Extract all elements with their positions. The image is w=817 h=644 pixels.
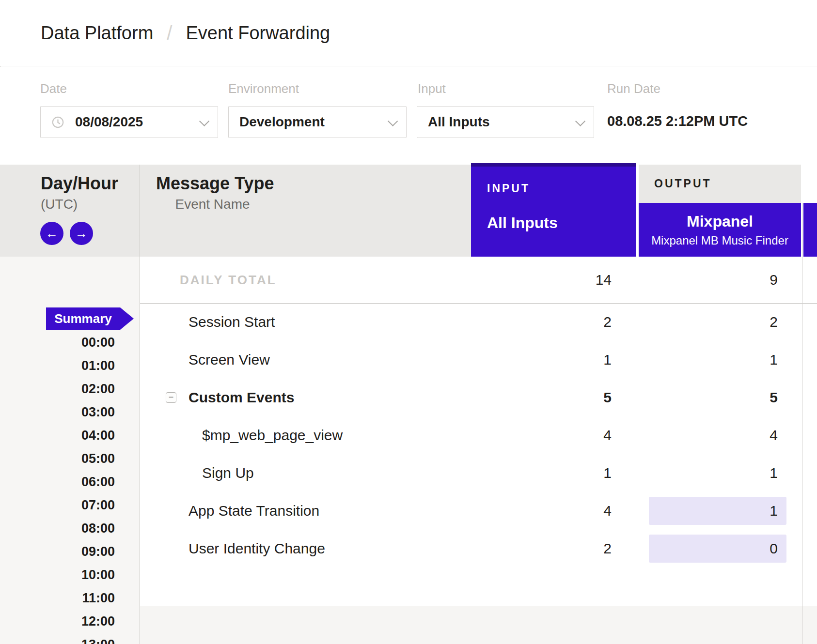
hour-row-06[interactable]: 06:00 <box>0 470 115 493</box>
hour-row-12[interactable]: 12:00 <box>0 610 115 633</box>
row-input-value: 2 <box>471 303 636 341</box>
input-value: All Inputs <box>428 114 490 130</box>
breadcrumb-data-platform[interactable]: Data Platform <box>41 23 153 44</box>
input-filter-label: Input <box>418 81 446 96</box>
output-connection-header[interactable]: Mixpanel Mixpanel MB Music Finder <box>639 203 801 257</box>
row-label: Session Start <box>189 303 275 341</box>
row-label: Screen View <box>189 341 270 379</box>
table-row: Screen View 1 1 <box>140 341 817 379</box>
input-group-label: INPUT <box>487 182 530 195</box>
arrow-right-icon: → <box>75 226 88 241</box>
hour-row-02[interactable]: 02:00 <box>0 377 115 400</box>
message-type-column-title: Message Type <box>156 173 274 194</box>
date-value: 08/08/2025 <box>75 114 143 130</box>
environment-filter-label: Environment <box>228 81 299 96</box>
row-output-value: 2 <box>637 303 802 341</box>
summary-label: Summary <box>54 311 112 326</box>
breadcrumb: Data Platform / Event Forwarding <box>41 0 330 66</box>
chevron-down-icon <box>575 116 585 126</box>
environment-value: Development <box>239 114 325 130</box>
row-input-value: 5 <box>471 379 636 416</box>
chevron-down-icon <box>199 116 209 126</box>
hour-row-01[interactable]: 01:00 <box>0 354 115 377</box>
collapse-minus-icon[interactable]: − <box>166 392 176 403</box>
row-output-value-highlighted: 1 <box>649 497 786 525</box>
row-output-value: 1 <box>637 341 802 379</box>
row-input-value: 2 <box>471 530 636 567</box>
column-divider <box>140 165 140 644</box>
event-forwarding-page: Data Platform / Event Forwarding Date En… <box>0 0 817 644</box>
hour-row-13[interactable]: 13:00 <box>0 633 115 644</box>
hour-row-08[interactable]: 08:00 <box>0 517 115 540</box>
input-select[interactable]: All Inputs <box>417 106 594 138</box>
summary-badge-arrow <box>120 307 134 330</box>
summary-row-badge[interactable]: Summary <box>46 307 120 330</box>
hour-row-05[interactable]: 05:00 <box>0 447 115 470</box>
row-label: User Identity Change <box>189 530 325 567</box>
next-day-button[interactable]: → <box>70 222 93 245</box>
previous-day-button[interactable]: ← <box>40 222 63 245</box>
output-connection-subtitle: Mixpanel MB Music Finder <box>651 234 788 247</box>
hour-row-03[interactable]: 03:00 <box>0 400 115 424</box>
row-output-value: 1 <box>637 454 802 492</box>
breadcrumb-separator: / <box>167 22 172 44</box>
clock-icon <box>51 116 64 129</box>
hour-row-09[interactable]: 09:00 <box>0 540 115 563</box>
row-input-value: 4 <box>471 492 636 530</box>
daily-total-label: DAILY TOTAL <box>180 257 277 303</box>
daily-total-input-value: 14 <box>471 257 636 303</box>
table-row: User Identity Change 2 0 <box>140 530 817 567</box>
chevron-down-icon <box>388 116 398 126</box>
table-footer-area <box>140 606 817 644</box>
row-label: App State Transition <box>189 492 319 530</box>
run-date-value: 08.08.25 2:12PM UTC <box>607 113 748 129</box>
row-input-value: 1 <box>471 454 636 492</box>
row-label: Custom Events <box>189 379 294 416</box>
hour-row-04[interactable]: 04:00 <box>0 424 115 447</box>
date-select[interactable]: 08/08/2025 <box>40 106 218 138</box>
column-divider <box>636 257 636 644</box>
row-label: $mp_web_page_view <box>202 416 343 454</box>
page-title: Event Forwarding <box>186 23 330 44</box>
arrow-left-icon: ← <box>46 226 58 241</box>
daily-total-output-value: 9 <box>637 257 802 303</box>
filter-bar: Date Environment Input Run Date 08/08/20… <box>0 67 817 165</box>
column-divider <box>802 203 802 644</box>
breadcrumb-bar: Data Platform / Event Forwarding <box>0 0 817 66</box>
date-filter-label: Date <box>40 81 67 96</box>
hour-row-10[interactable]: 10:00 <box>0 563 115 586</box>
row-output-value: 4 <box>637 416 802 454</box>
table-row: Sign Up 1 1 <box>140 454 817 492</box>
output-connection-name: Mixpanel <box>687 213 753 230</box>
row-output-cell: 0 <box>637 530 802 563</box>
table-row: $mp_web_page_view 4 4 <box>140 416 817 454</box>
input-group-selected: All Inputs <box>487 214 558 232</box>
hour-row-00[interactable]: 00:00 <box>0 331 115 354</box>
environment-select[interactable]: Development <box>228 106 407 138</box>
row-output-cell: 1 <box>637 492 802 525</box>
output-group-label: OUTPUT <box>654 177 712 190</box>
daily-total-row: DAILY TOTAL 14 9 <box>140 257 817 304</box>
day-hour-column-title: Day/Hour <box>41 173 118 194</box>
input-group-header[interactable]: INPUT All Inputs <box>471 163 636 257</box>
day-hour-timezone: (UTC) <box>41 197 78 212</box>
row-input-value: 4 <box>471 416 636 454</box>
row-output-value: 5 <box>637 379 802 416</box>
table-row-custom-events: − Custom Events 5 5 <box>140 379 817 416</box>
run-date-label: Run Date <box>607 81 660 96</box>
row-output-value-highlighted: 0 <box>649 535 786 563</box>
hour-row-11[interactable]: 11:00 <box>0 586 115 610</box>
event-name-subtitle: Event Name <box>156 197 269 212</box>
table-row: Session Start 2 2 <box>140 303 817 341</box>
row-input-value: 1 <box>471 341 636 379</box>
row-label: Sign Up <box>202 454 254 492</box>
day-hour-sidebar: Summary 00:00 01:00 02:00 03:00 04:00 05… <box>0 257 140 644</box>
next-output-header-partial[interactable] <box>803 203 817 257</box>
hour-row-07[interactable]: 07:00 <box>0 493 115 517</box>
table-row: App State Transition 4 1 <box>140 492 817 530</box>
